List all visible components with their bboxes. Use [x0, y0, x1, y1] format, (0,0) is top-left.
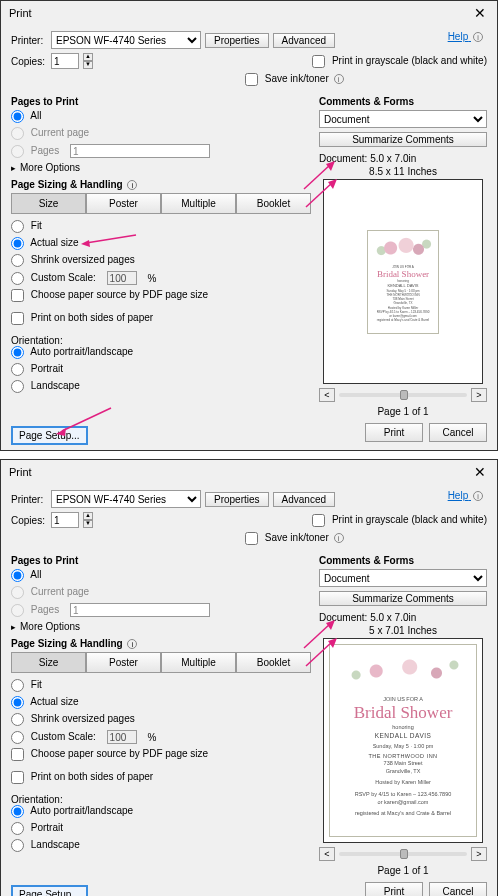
radio-custom[interactable]: Custom Scale:: [11, 272, 96, 285]
preview-scroll[interactable]: [339, 393, 467, 397]
page-setup-button[interactable]: Page Setup...: [11, 426, 88, 445]
preview-next-button[interactable]: >: [471, 388, 487, 402]
print-button[interactable]: Print: [365, 423, 423, 442]
radio-landscape[interactable]: Landscape: [11, 839, 80, 852]
grayscale-checkbox[interactable]: Print in grayscale (black and white): [312, 514, 487, 527]
comments-forms-title: Comments & Forms: [319, 555, 487, 566]
tab-multiple[interactable]: Multiple: [161, 193, 236, 214]
properties-button[interactable]: Properties: [205, 492, 269, 507]
copies-label: Copies:: [11, 56, 47, 67]
copies-spinner[interactable]: ▲▼: [83, 512, 93, 528]
printer-select[interactable]: EPSON WF-4740 Series: [51, 31, 201, 49]
radio-pages[interactable]: Pages: [11, 604, 59, 617]
preview-prev-button[interactable]: <: [319, 388, 335, 402]
preview-next-button[interactable]: >: [471, 847, 487, 861]
choose-paper-checkbox[interactable]: Choose paper source by PDF page size: [11, 748, 208, 761]
print-both-checkbox[interactable]: Print on both sides of paper: [11, 771, 153, 784]
page-setup-button[interactable]: Page Setup...: [11, 885, 88, 896]
help-link[interactable]: Help i: [448, 31, 483, 42]
radio-current[interactable]: Current page: [11, 127, 89, 140]
dialog-title: Print: [9, 7, 32, 19]
radio-all[interactable]: All: [11, 569, 41, 582]
custom-scale-input[interactable]: [107, 271, 137, 285]
preview-prev-button[interactable]: <: [319, 847, 335, 861]
radio-portrait[interactable]: Portrait: [11, 363, 63, 376]
custom-scale-input[interactable]: [107, 730, 137, 744]
properties-button[interactable]: Properties: [205, 33, 269, 48]
copies-spinner[interactable]: ▲▼: [83, 53, 93, 69]
flowers-graphic: [372, 235, 434, 261]
sizing-title: Page Sizing & Handling i: [11, 638, 311, 649]
radio-landscape[interactable]: Landscape: [11, 380, 80, 393]
radio-actual[interactable]: Actual size: [11, 237, 79, 250]
radio-auto-orient[interactable]: Auto portrait/landscape: [11, 805, 133, 818]
print-preview: JOIN US FOR A Bridal Shower honoring KEN…: [323, 638, 483, 843]
titlebar: Print ✕: [1, 1, 497, 25]
advanced-button[interactable]: Advanced: [273, 492, 335, 507]
titlebar: Print ✕: [1, 460, 497, 484]
page-of-label: Page 1 of 1: [319, 406, 487, 417]
pages-input[interactable]: [70, 603, 210, 617]
radio-all[interactable]: All: [11, 110, 41, 123]
info-icon: i: [334, 533, 344, 543]
tab-poster[interactable]: Poster: [86, 193, 161, 214]
preview-scroll[interactable]: [339, 852, 467, 856]
summarize-button[interactable]: Summarize Comments: [319, 132, 487, 147]
more-options-toggle[interactable]: More Options: [11, 162, 311, 173]
printer-label: Printer:: [11, 35, 47, 46]
pages-to-print-title: Pages to Print: [11, 96, 311, 107]
radio-fit[interactable]: Fit: [11, 220, 42, 233]
printer-select[interactable]: EPSON WF-4740 Series: [51, 490, 201, 508]
radio-custom[interactable]: Custom Scale:: [11, 731, 96, 744]
radio-portrait[interactable]: Portrait: [11, 822, 63, 835]
print-preview: JOIN US FOR A Bridal Shower honoring KEN…: [323, 179, 483, 384]
sizing-title: Page Sizing & Handling i: [11, 179, 311, 190]
close-icon[interactable]: ✕: [471, 464, 489, 480]
close-icon[interactable]: ✕: [471, 5, 489, 21]
radio-pages[interactable]: Pages: [11, 145, 59, 158]
advanced-button[interactable]: Advanced: [273, 33, 335, 48]
printer-label: Printer:: [11, 494, 47, 505]
tab-poster[interactable]: Poster: [86, 652, 161, 673]
cancel-button[interactable]: Cancel: [429, 882, 487, 896]
info-icon: i: [473, 32, 483, 42]
dialog-title: Print: [9, 466, 32, 478]
info-icon: i: [127, 180, 137, 190]
more-options-toggle[interactable]: More Options: [11, 621, 311, 632]
paper-inches: 5 x 7.01 Inches: [319, 625, 487, 636]
document-dims: Document: 5.0 x 7.0in: [319, 153, 487, 164]
copies-input[interactable]: [51, 53, 79, 69]
print-both-checkbox[interactable]: Print on both sides of paper: [11, 312, 153, 325]
info-icon: i: [127, 639, 137, 649]
radio-shrink[interactable]: Shrink oversized pages: [11, 254, 135, 267]
radio-current[interactable]: Current page: [11, 586, 89, 599]
radio-actual[interactable]: Actual size: [11, 696, 79, 709]
tab-booklet[interactable]: Booklet: [236, 652, 311, 673]
tab-size[interactable]: Size: [11, 193, 86, 214]
grayscale-checkbox[interactable]: Print in grayscale (black and white): [312, 55, 487, 68]
summarize-button[interactable]: Summarize Comments: [319, 591, 487, 606]
tab-booklet[interactable]: Booklet: [236, 193, 311, 214]
comments-forms-select[interactable]: Document: [319, 569, 487, 587]
print-dialog-1: Print ✕ Help i Printer: EPSON WF-4740 Se…: [0, 0, 498, 451]
radio-fit[interactable]: Fit: [11, 679, 42, 692]
choose-paper-checkbox[interactable]: Choose paper source by PDF page size: [11, 289, 208, 302]
comments-forms-select[interactable]: Document: [319, 110, 487, 128]
radio-auto-orient[interactable]: Auto portrait/landscape: [11, 346, 133, 359]
cancel-button[interactable]: Cancel: [429, 423, 487, 442]
tab-multiple[interactable]: Multiple: [161, 652, 236, 673]
saveink-checkbox[interactable]: Save ink/toner i: [245, 73, 344, 86]
info-icon: i: [473, 491, 483, 501]
tab-size[interactable]: Size: [11, 652, 86, 673]
orientation-label: Orientation:: [11, 794, 311, 805]
print-dialog-2: Print ✕ Help i Printer: EPSON WF-4740 Se…: [0, 459, 498, 896]
help-link[interactable]: Help i: [448, 490, 483, 501]
document-dims: Document: 5.0 x 7.0in: [319, 612, 487, 623]
copies-label: Copies:: [11, 515, 47, 526]
comments-forms-title: Comments & Forms: [319, 96, 487, 107]
pages-input[interactable]: [70, 144, 210, 158]
copies-input[interactable]: [51, 512, 79, 528]
saveink-checkbox[interactable]: Save ink/toner i: [245, 532, 344, 545]
radio-shrink[interactable]: Shrink oversized pages: [11, 713, 135, 726]
print-button[interactable]: Print: [365, 882, 423, 896]
